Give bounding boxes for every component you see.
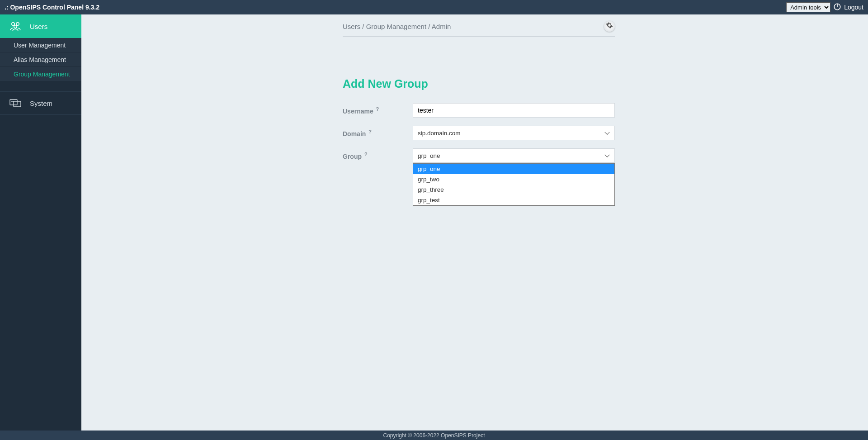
power-icon bbox=[833, 3, 841, 12]
page-title: Add New Group bbox=[343, 77, 615, 90]
form-row-domain: Domain ? sip.domain.com bbox=[343, 126, 615, 140]
system-icon bbox=[9, 99, 22, 108]
footer: Copyright © 2006-2022 OpenSIPS Project bbox=[0, 431, 868, 440]
topbar: .: OpenSIPS Control Panel 9.3.2 Admin to… bbox=[0, 0, 868, 14]
help-icon[interactable]: ? bbox=[364, 151, 368, 157]
logout-link[interactable]: Logout bbox=[833, 3, 863, 12]
form-row-username: Username ? bbox=[343, 103, 615, 118]
content-area: Users / Group Management / Admin Add New… bbox=[81, 14, 868, 431]
group-dropdown: grp_one grp_two grp_three grp_test bbox=[413, 163, 615, 206]
sidebar-subitem-alias-management[interactable]: Alias Management bbox=[0, 52, 81, 67]
domain-selected-value: sip.domain.com bbox=[418, 130, 461, 137]
group-option[interactable]: grp_test bbox=[413, 195, 614, 205]
breadcrumb-row: Users / Group Management / Admin bbox=[343, 21, 615, 37]
svg-point-2 bbox=[12, 23, 14, 25]
footer-text: Copyright © 2006-2022 OpenSIPS Project bbox=[383, 432, 485, 439]
admin-tools-select[interactable]: Admin tools bbox=[786, 2, 830, 12]
group-option[interactable]: grp_three bbox=[413, 185, 614, 195]
sidebar-subitem-group-management[interactable]: Group Management bbox=[0, 67, 81, 81]
group-label: Group ? bbox=[343, 151, 413, 160]
settings-button[interactable] bbox=[604, 21, 615, 32]
sidebar-item-users[interactable]: Users bbox=[0, 14, 81, 38]
form-row-group: Group ? grp_one grp_one grp_two grp_thre… bbox=[343, 148, 615, 163]
sidebar-item-label: System bbox=[30, 99, 52, 107]
domain-select[interactable]: sip.domain.com bbox=[413, 126, 615, 140]
breadcrumb: Users / Group Management / Admin bbox=[343, 23, 604, 30]
group-option[interactable]: grp_one bbox=[413, 164, 614, 174]
sidebar-subitem-label: User Management bbox=[14, 42, 66, 49]
breadcrumb-part-group-management[interactable]: Group Management bbox=[366, 23, 426, 30]
sidebar-subitem-user-management[interactable]: User Management bbox=[0, 38, 81, 52]
group-select[interactable]: grp_one bbox=[413, 148, 615, 163]
app-title: .: OpenSIPS Control Panel 9.3.2 bbox=[5, 4, 99, 11]
help-icon[interactable]: ? bbox=[376, 106, 379, 112]
group-selected-value: grp_one bbox=[418, 152, 440, 159]
sidebar-subitem-label: Group Management bbox=[14, 71, 70, 78]
svg-point-4 bbox=[14, 25, 17, 28]
help-icon[interactable]: ? bbox=[368, 129, 372, 134]
logout-label: Logout bbox=[844, 4, 863, 11]
svg-point-3 bbox=[16, 23, 19, 25]
sidebar-item-label: Users bbox=[30, 23, 47, 30]
sidebar-item-system[interactable]: System bbox=[0, 91, 81, 115]
group-option[interactable]: grp_two bbox=[413, 174, 614, 185]
breadcrumb-part-users[interactable]: Users bbox=[343, 23, 360, 30]
sidebar-subitem-label: Alias Management bbox=[14, 56, 66, 63]
sidebar: Users User Management Alias Management G… bbox=[0, 14, 81, 431]
users-icon bbox=[9, 21, 22, 32]
gear-icon bbox=[606, 22, 613, 31]
breadcrumb-part-admin: Admin bbox=[432, 23, 451, 30]
username-label: Username ? bbox=[343, 106, 413, 115]
domain-label: Domain ? bbox=[343, 129, 413, 137]
username-input[interactable] bbox=[413, 103, 615, 118]
